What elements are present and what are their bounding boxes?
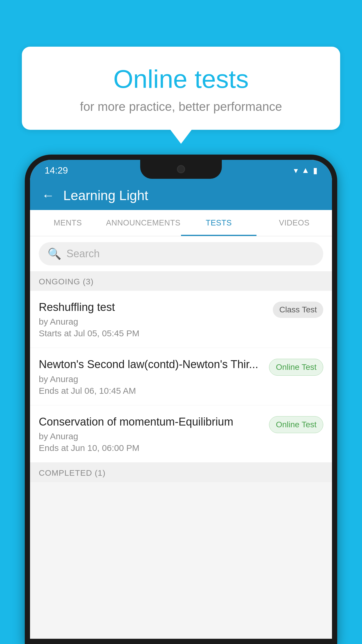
search-bar-container: 🔍 Search [30, 236, 332, 271]
phone-mockup: 14:29 ▾ ▲ ▮ ← Learning Light MENTS ANNOU… [25, 155, 337, 644]
phone-screen: 14:29 ▾ ▲ ▮ ← Learning Light MENTS ANNOU… [30, 160, 332, 639]
tab-ments[interactable]: MENTS [30, 210, 106, 236]
test-item-content-2: Newton's Second law(contd)-Newton's Thir… [39, 357, 263, 396]
completed-label: COMPLETED (1) [39, 468, 106, 477]
tab-videos[interactable]: VIDEOS [256, 210, 332, 236]
badge-online-test-2: Online Test [269, 359, 323, 376]
test-item-content-1: Reshuffling test by Anurag Starts at Jul… [39, 300, 267, 338]
badge-online-test-3: Online Test [269, 416, 323, 433]
wifi-icon: ▾ [294, 166, 298, 175]
test-title-3: Conservation of momentum-Equilibrium [39, 415, 263, 429]
test-date-3: Ends at Jun 10, 06:00 PM [39, 443, 263, 453]
battery-icon: ▮ [313, 166, 317, 175]
promo-subtitle: for more practice, better performance [36, 100, 326, 114]
content-area: ONGOING (3) Reshuffling test by Anurag S… [30, 271, 332, 639]
search-input[interactable]: 🔍 Search [39, 242, 323, 265]
promo-card: Online tests for more practice, better p… [22, 47, 340, 130]
tab-tests[interactable]: TESTS [181, 210, 256, 236]
test-date-2: Ends at Jul 06, 10:45 AM [39, 386, 263, 396]
test-item-reshuffling[interactable]: Reshuffling test by Anurag Starts at Jul… [30, 291, 332, 348]
test-item-content-3: Conservation of momentum-Equilibrium by … [39, 415, 263, 453]
test-item-newtons[interactable]: Newton's Second law(contd)-Newton's Thir… [30, 348, 332, 405]
test-title-2: Newton's Second law(contd)-Newton's Thir… [39, 357, 263, 372]
test-author-1: by Anurag [39, 317, 267, 327]
search-icon: 🔍 [48, 247, 61, 260]
badge-class-test-1: Class Test [273, 302, 323, 318]
test-author-2: by Anurag [39, 374, 263, 384]
status-icons: ▾ ▲ ▮ [294, 166, 317, 175]
ongoing-label: ONGOING (3) [39, 277, 94, 286]
camera-notch [177, 165, 185, 173]
test-date-1: Starts at Jul 05, 05:45 PM [39, 328, 267, 338]
promo-title: Online tests [36, 64, 326, 94]
phone-notch [140, 160, 222, 179]
completed-section-header: COMPLETED (1) [30, 463, 332, 482]
app-header: ← Learning Light [30, 181, 332, 210]
phone-frame: 14:29 ▾ ▲ ▮ ← Learning Light MENTS ANNOU… [25, 155, 337, 644]
search-placeholder: Search [66, 248, 100, 260]
test-item-conservation[interactable]: Conservation of momentum-Equilibrium by … [30, 405, 332, 463]
back-button[interactable]: ← [42, 188, 55, 203]
test-title-1: Reshuffling test [39, 300, 267, 314]
ongoing-section-header: ONGOING (3) [30, 271, 332, 291]
status-time: 14:29 [45, 165, 68, 176]
tab-announcements[interactable]: ANNOUNCEMENTS [106, 210, 181, 236]
app-title: Learning Light [63, 188, 148, 203]
tab-bar: MENTS ANNOUNCEMENTS TESTS VIDEOS [30, 210, 332, 236]
signal-icon: ▲ [301, 166, 310, 175]
test-author-3: by Anurag [39, 431, 263, 441]
